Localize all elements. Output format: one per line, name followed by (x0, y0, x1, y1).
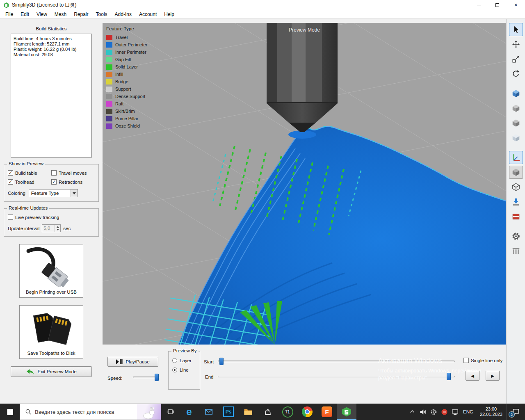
checkbox-toolhead[interactable]: ✓Toolhead (8, 179, 51, 185)
spinner-arrows[interactable] (55, 225, 60, 232)
menu-tools[interactable]: Tools (92, 10, 111, 18)
clock-date: 22.01.2023 (480, 412, 502, 417)
close-button[interactable]: × (507, 0, 525, 10)
taskbar-search[interactable] (20, 404, 161, 420)
radio-line-circle (172, 368, 177, 372)
support-structures-icon[interactable] (509, 244, 523, 258)
select-tool[interactable] (509, 23, 523, 36)
tray-volume[interactable] (418, 404, 428, 420)
checkbox-travel-moves[interactable]: Travel moves (51, 170, 95, 176)
end-slider-handle[interactable] (447, 373, 451, 380)
menu-view[interactable]: View (33, 10, 51, 18)
taskbar-app-chrome[interactable] (297, 404, 317, 420)
settings-gear-icon[interactable] (509, 230, 523, 243)
tray-security[interactable] (439, 404, 450, 420)
start-slider-track[interactable] (218, 361, 455, 362)
rotate-tool[interactable] (509, 67, 523, 80)
view-cube-side-icon[interactable] (509, 131, 523, 144)
begin-printing-usb-button[interactable]: Begin Printing over USB (19, 244, 83, 298)
checkbox-retractions[interactable]: ✓Retractions (51, 179, 95, 185)
coloring-row: Coloring Feature Type (8, 189, 95, 197)
taskbar-app-file-explorer[interactable] (238, 404, 258, 420)
play-pause-button[interactable]: Play/Pause (107, 357, 158, 367)
checkbox-build-table[interactable]: ✓Build table (8, 170, 51, 176)
taskbar-app-edge[interactable]: e (179, 404, 199, 420)
notification-center-button[interactable]: 2 (506, 404, 525, 420)
menu-repair[interactable]: Repair (70, 10, 92, 18)
exit-button-label: Exit Preview Mode (37, 369, 76, 374)
rabbit-icon (141, 405, 157, 420)
menu-account[interactable]: Account (135, 10, 160, 18)
start-slider-handle[interactable] (219, 358, 224, 365)
save-toolpaths-button[interactable]: Save Toolpaths to Disk (19, 305, 83, 359)
speed-slider-handle[interactable] (155, 374, 159, 381)
update-interval-unit: sec (63, 226, 71, 231)
taskbar-app-simplify3d[interactable] (337, 404, 356, 420)
task-view-icon (166, 408, 174, 416)
windows-taskbar: e Ps 71 F (0, 404, 525, 420)
exit-preview-mode-button[interactable]: Exit Preview Mode (11, 366, 92, 377)
end-slider[interactable] (218, 373, 455, 380)
single-line-only-checkbox[interactable]: Single line only (463, 358, 502, 363)
taskbar-app-mail[interactable] (199, 404, 219, 420)
taskbar-app-photoshop[interactable]: Ps (219, 404, 238, 420)
restore-button[interactable] (488, 0, 507, 10)
start-button[interactable] (0, 404, 20, 420)
legend-item: Ooze Shield (106, 122, 147, 130)
tray-settings[interactable] (428, 404, 439, 420)
title-bar[interactable]: Simplify3D (Licensed to 口灵) × (0, 0, 525, 10)
language-indicator[interactable]: ENG (460, 404, 476, 420)
end-slider-track[interactable] (218, 376, 455, 377)
update-interval-label: Update interval (8, 226, 39, 231)
next-button[interactable]: ▶ (486, 371, 500, 381)
drop-model-arrow-icon[interactable] (509, 195, 523, 208)
radio-line-label: Line (180, 368, 189, 372)
menu-edit[interactable]: Edit (17, 10, 33, 18)
cross-section-tool-icon[interactable] (509, 210, 523, 223)
volume-icon (419, 408, 427, 416)
clock-time: 23:00 (486, 406, 497, 412)
search-input[interactable] (35, 409, 134, 415)
speed-slider[interactable] (133, 374, 159, 381)
task-view-button[interactable] (161, 404, 179, 420)
center-column: Feature Type TravelOuter PerimeterInner … (103, 19, 506, 404)
menu-add-ins[interactable]: Add-Ins (111, 10, 135, 18)
window-controls: × (470, 0, 525, 10)
scale-tool[interactable] (509, 52, 523, 66)
left-panel: Build Statistics Build time: 4 hours 3 m… (0, 19, 103, 404)
previous-button[interactable]: ◀ (466, 371, 479, 381)
radio-line[interactable]: Line (172, 368, 196, 372)
minimize-button[interactable] (470, 0, 488, 10)
tray-network[interactable] (450, 404, 460, 420)
end-label: End (205, 374, 213, 379)
viewport-3d[interactable]: Feature Type TravelOuter PerimeterInner … (103, 23, 506, 345)
dropdown-arrow-icon[interactable] (71, 189, 78, 197)
radio-layer[interactable]: Layer (172, 358, 196, 363)
view-cube-top-icon[interactable] (509, 102, 523, 115)
live-preview-tracking-checkbox[interactable]: Live preview tracking (8, 215, 95, 220)
view-cube-default-icon[interactable] (509, 87, 523, 100)
menu-help[interactable]: Help (160, 10, 178, 18)
coloring-label: Coloring (8, 191, 25, 196)
menu-file[interactable]: File (2, 10, 17, 18)
update-interval-spinner[interactable]: 5,0 (42, 224, 61, 232)
taskbar-app-monitor[interactable]: 71 (278, 404, 297, 420)
solid-view-cube-icon[interactable] (509, 166, 523, 179)
coordinate-axes-icon[interactable] (509, 151, 523, 164)
taskbar-clock[interactable]: 23:00 22.01.2023 (476, 404, 506, 420)
wireframe-view-cube-icon[interactable] (509, 180, 523, 194)
legend-color-chip (106, 123, 112, 129)
legend-label: Outer Perimeter (115, 42, 147, 47)
menu-mesh[interactable]: Mesh (51, 10, 70, 18)
taskbar-app-f[interactable]: F (317, 404, 337, 420)
start-slider[interactable] (218, 358, 455, 365)
hidden-icons-chevron[interactable] (407, 404, 418, 420)
simplify3d-icon (341, 406, 352, 417)
coloring-dropdown[interactable]: Feature Type (29, 189, 78, 197)
legend-color-chip (106, 64, 112, 70)
legend-item: Raft (106, 100, 147, 107)
move-tool[interactable] (509, 38, 523, 51)
view-cube-front-icon[interactable] (509, 116, 523, 130)
legend-label: Bridge (115, 79, 128, 84)
taskbar-app-store[interactable] (258, 404, 278, 420)
